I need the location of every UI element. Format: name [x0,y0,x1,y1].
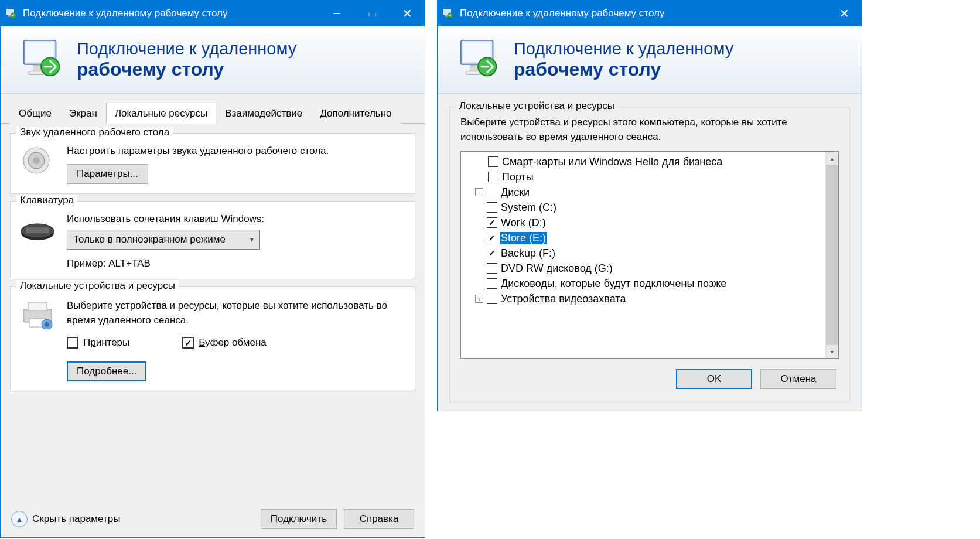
tree-item-label[interactable]: Устройства видеозахвата [500,293,627,305]
scrollbar[interactable]: ▴ ▾ [825,152,838,358]
tree-item-label[interactable]: DVD RW дисковод (G:) [500,262,614,275]
tree-item[interactable]: +Устройства видеозахвата [465,291,822,306]
title-text: Подключение к удаленному рабочему столу [23,8,319,19]
tree-item-label[interactable]: System (C:) [500,202,558,214]
checkbox-icon [67,337,78,349]
close-button[interactable]: ✕ [827,1,862,26]
banner-text: Подключение к удаленному рабочему столу [514,39,733,80]
scroll-down-icon[interactable]: ▾ [826,345,838,358]
tree-item-label[interactable]: Смарт-карты или Windows Hello для бизнес… [501,156,723,168]
svg-rect-15 [28,302,47,311]
expand-icon[interactable]: + [475,295,483,303]
collapse-toggle-icon[interactable]: ▲ [11,511,28,527]
checkbox-icon[interactable]: ✓ [487,248,497,258]
tab-body: Звук удаленного рабочего стола Настроить… [1,124,425,501]
tree-item[interactable]: Смарт-карты или Windows Hello для бизнес… [465,154,822,169]
footer: ▲ Скрыть параметры Подключить Справка [1,501,425,537]
rdp-main-window: Подключение к удаленному рабочему столу … [0,0,425,538]
keyboard-icon [19,213,56,244]
dialog-footer: OK Отмена [460,359,839,391]
tree-item-label[interactable]: Дисководы, которые будут подключены позж… [500,278,728,290]
minimize-button[interactable]: ─ [319,1,354,26]
rdp-icon [457,37,503,83]
checkbox-icon[interactable] [488,172,498,182]
banner: Подключение к удаленному рабочему столу [1,26,425,94]
tab-local-resources[interactable]: Локальные ресурсы [106,103,216,124]
checkbox-icon: ✓ [182,337,194,349]
tab-display[interactable]: Экран [60,103,106,124]
tree-item[interactable]: DVD RW дисковод (G:) [465,261,822,276]
checkbox-icon[interactable]: ✓ [487,217,497,228]
speaker-icon [19,145,56,176]
chevron-down-icon: ▾ [250,236,254,244]
banner: Подключение к удаленному рабочему столу [438,26,862,94]
close-button[interactable]: ✕ [390,1,425,26]
titlebar[interactable]: Подключение к удаленному рабочему столу … [1,1,425,26]
local-desc: Выберите устройства и ресурсы, которые в… [67,299,407,328]
checkbox-icon[interactable] [487,278,497,289]
rdp-devices-dialog: Подключение к удаленному рабочему столу … [437,0,862,411]
dialog-body: Локальные устройства и ресурсы Выберите … [438,94,862,411]
help-button[interactable]: Справка [344,509,414,529]
printer-icon [19,299,56,329]
clipboard-checkbox[interactable]: ✓ Буфер обмена [182,337,267,349]
group-desc: Выберите устройства и ресурсы этого комп… [460,115,839,144]
checkbox-icon[interactable] [487,294,497,304]
tree-item[interactable]: System (C:) [465,200,822,215]
tree-item[interactable]: ✓Work (D:) [465,215,822,230]
group-title: Локальные устройства и ресурсы [456,100,618,112]
tree-item[interactable]: -Диски [465,185,822,200]
rdp-icon [21,37,66,83]
keyboard-example: Пример: ALT+TAB [67,258,407,270]
checkbox-icon[interactable] [488,156,498,167]
tab-advanced[interactable]: Дополнительно [311,103,400,124]
tree-item-label[interactable]: Work (D:) [500,217,547,229]
devices-group: Локальные устройства и ресурсы Выберите … [449,107,850,402]
hide-options-link[interactable]: Скрыть параметры [32,513,120,525]
title-text: Подключение к удаленному рабочему столу [460,8,827,19]
more-devices-button[interactable]: Подробнее... [67,361,146,381]
checkbox-icon[interactable] [487,202,497,213]
tree-item-label[interactable]: Backup (F:) [500,247,556,260]
checkbox-icon[interactable] [487,263,497,274]
tab-general[interactable]: Общие [10,103,60,124]
ok-button[interactable]: OK [676,369,752,389]
svg-point-10 [33,157,40,164]
group-local-devices: Локальные устройства и ресурсы Выберите … [10,286,415,391]
svg-rect-13 [26,227,49,233]
app-icon [5,8,18,19]
keyboard-combo-dropdown[interactable]: Только в полноэкранном режиме ▾ [67,230,260,250]
tree-item[interactable]: ✓Backup (F:) [465,245,822,261]
group-audio: Звук удаленного рабочего стола Настроить… [10,133,415,194]
scroll-thumb[interactable] [826,165,838,345]
tree-item-label[interactable]: Диски [500,186,531,199]
tab-experience[interactable]: Взаимодействие [216,103,311,124]
tree-item-label[interactable]: Порты [501,171,535,183]
tabs: Общие Экран Локальные ресурсы Взаимодейс… [1,94,425,124]
connect-button[interactable]: Подключить [261,509,337,529]
cancel-button[interactable]: Отмена [760,369,836,389]
checkbox-icon[interactable]: ✓ [487,233,497,243]
printers-checkbox[interactable]: Принтеры [67,337,129,349]
app-icon [442,8,455,19]
tree-item[interactable]: Порты [465,169,822,185]
audio-settings-button[interactable]: Параметры... [67,164,148,184]
titlebar[interactable]: Подключение к удаленному рабочему столу … [438,1,862,26]
keyboard-desc: Использовать сочетания клавиш Windows: [67,213,407,225]
collapse-icon[interactable]: - [475,188,483,196]
audio-desc: Настроить параметры звука удаленного раб… [67,145,407,157]
checkbox-icon[interactable] [487,187,497,197]
banner-text: Подключение к удаленному рабочему столу [77,39,296,80]
tree-item-label[interactable]: Store (E:) [500,232,547,244]
svg-point-18 [45,322,49,327]
group-keyboard: Клавиатура Использовать сочетания клавиш… [10,201,415,279]
tree-item[interactable]: ✓Store (E:) [465,230,822,245]
tree-item[interactable]: Дисководы, которые будут подключены позж… [465,276,822,291]
device-tree: Смарт-карты или Windows Hello для бизнес… [460,151,839,359]
scroll-up-icon[interactable]: ▴ [826,152,838,165]
maximize-button[interactable]: ▭ [354,1,390,26]
